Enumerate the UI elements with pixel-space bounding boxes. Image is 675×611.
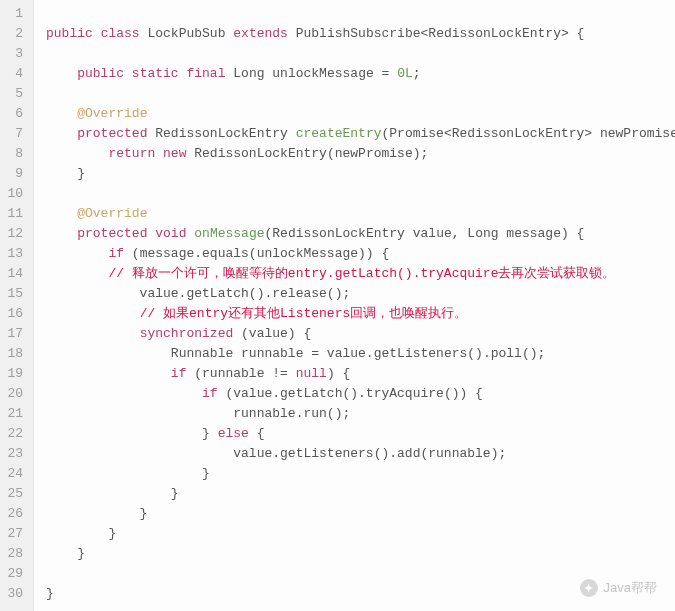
code-line: } else { (46, 424, 675, 444)
code-line (46, 4, 675, 24)
line-number: 23 (6, 444, 23, 464)
code-line: public static final Long unlockMessage =… (46, 64, 675, 84)
code-line (46, 84, 675, 104)
line-number: 12 (6, 224, 23, 244)
code-line: synchronized (value) { (46, 324, 675, 344)
line-number: 1 (6, 4, 23, 24)
line-number: 4 (6, 64, 23, 84)
code-line: } (46, 464, 675, 484)
line-number: 13 (6, 244, 23, 264)
line-number: 28 (6, 544, 23, 564)
code-line: } (46, 164, 675, 184)
watermark: ✦ Java帮帮 (580, 579, 657, 597)
code-line: return new RedissonLockEntry(newPromise)… (46, 144, 675, 164)
line-number: 15 (6, 284, 23, 304)
line-number: 29 (6, 564, 23, 584)
code-line: } (46, 504, 675, 524)
line-number: 11 (6, 204, 23, 224)
code-line: } (46, 524, 675, 544)
code-line: value.getLatch().release(); (46, 284, 675, 304)
code-line: Runnable runnable = value.getListeners()… (46, 344, 675, 364)
line-number: 6 (6, 104, 23, 124)
line-number: 18 (6, 344, 23, 364)
wechat-icon: ✦ (580, 579, 598, 597)
code-line: } (46, 484, 675, 504)
code-editor: 1234567891011121314151617181920212223242… (0, 0, 675, 611)
line-number: 19 (6, 364, 23, 384)
code-line: if (runnable != null) { (46, 364, 675, 384)
line-number: 3 (6, 44, 23, 64)
code-line: // 释放一个许可，唤醒等待的entry.getLatch().tryAcqui… (46, 264, 675, 284)
code-line: value.getListeners().add(runnable); (46, 444, 675, 464)
line-number: 20 (6, 384, 23, 404)
watermark-text: Java帮帮 (604, 579, 657, 597)
line-number: 9 (6, 164, 23, 184)
line-number: 22 (6, 424, 23, 444)
line-number: 2 (6, 24, 23, 44)
code-line: if (value.getLatch().tryAcquire()) { (46, 384, 675, 404)
line-number: 8 (6, 144, 23, 164)
code-line: public class LockPubSub extends PublishS… (46, 24, 675, 44)
code-line: @Override (46, 104, 675, 124)
line-number: 10 (6, 184, 23, 204)
line-number: 7 (6, 124, 23, 144)
line-number: 17 (6, 324, 23, 344)
code-line: // 如果entry还有其他Listeners回调，也唤醒执行。 (46, 304, 675, 324)
code-area: public class LockPubSub extends PublishS… (34, 0, 675, 611)
code-line (46, 44, 675, 64)
code-line: runnable.run(); (46, 404, 675, 424)
line-number: 25 (6, 484, 23, 504)
code-line: protected RedissonLockEntry createEntry(… (46, 124, 675, 144)
line-number: 27 (6, 524, 23, 544)
line-number: 30 (6, 584, 23, 604)
line-number: 26 (6, 504, 23, 524)
line-number-gutter: 1234567891011121314151617181920212223242… (0, 0, 34, 611)
line-number: 21 (6, 404, 23, 424)
line-number: 5 (6, 84, 23, 104)
code-line (46, 184, 675, 204)
line-number: 24 (6, 464, 23, 484)
line-number: 14 (6, 264, 23, 284)
code-line: protected void onMessage(RedissonLockEnt… (46, 224, 675, 244)
code-line: } (46, 544, 675, 564)
code-line: if (message.equals(unlockMessage)) { (46, 244, 675, 264)
code-line: @Override (46, 204, 675, 224)
line-number: 16 (6, 304, 23, 324)
